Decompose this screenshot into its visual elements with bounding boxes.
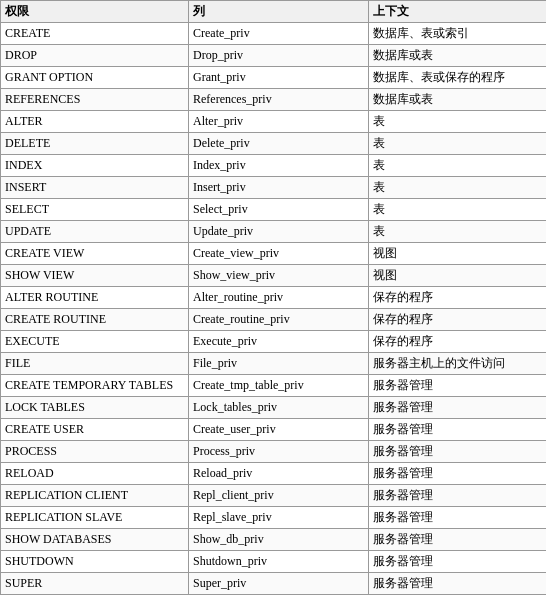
table-cell: 表	[369, 177, 547, 199]
table-cell: Alter_routine_priv	[189, 287, 369, 309]
table-cell: 保存的程序	[369, 287, 547, 309]
table-cell: Process_priv	[189, 441, 369, 463]
table-cell: Insert_priv	[189, 177, 369, 199]
table-row: GRANT OPTIONGrant_priv数据库、表或保存的程序	[1, 67, 547, 89]
table-cell: Index_priv	[189, 155, 369, 177]
table-cell: 服务器管理	[369, 529, 547, 551]
table-cell: Drop_priv	[189, 45, 369, 67]
table-row: CREATE USERCreate_user_priv服务器管理	[1, 419, 547, 441]
table-cell: Create_priv	[189, 23, 369, 45]
table-cell: ALTER	[1, 111, 189, 133]
table-cell: CREATE TEMPORARY TABLES	[1, 375, 189, 397]
table-row: CREATE TEMPORARY TABLESCreate_tmp_table_…	[1, 375, 547, 397]
table-row: LOCK TABLESLock_tables_priv服务器管理	[1, 397, 547, 419]
table-cell: 服务器管理	[369, 485, 547, 507]
table-row: SHOW VIEWShow_view_priv视图	[1, 265, 547, 287]
header-context: 上下文	[369, 1, 547, 23]
table-row: DELETEDelete_priv表	[1, 133, 547, 155]
table-cell: 服务器管理	[369, 397, 547, 419]
table-row: CREATE VIEWCreate_view_priv视图	[1, 243, 547, 265]
table-cell: INDEX	[1, 155, 189, 177]
table-cell: CREATE ROUTINE	[1, 309, 189, 331]
table-row: SELECTSelect_priv表	[1, 199, 547, 221]
table-row: REPLICATION CLIENTRepl_client_priv服务器管理	[1, 485, 547, 507]
table-header-row: 权限 列 上下文	[1, 1, 547, 23]
table-cell: EXECUTE	[1, 331, 189, 353]
table-cell: RELOAD	[1, 463, 189, 485]
table-cell: Create_tmp_table_priv	[189, 375, 369, 397]
table-cell: Alter_priv	[189, 111, 369, 133]
table-cell: Create_routine_priv	[189, 309, 369, 331]
table-cell: 表	[369, 199, 547, 221]
table-cell: 保存的程序	[369, 309, 547, 331]
table-cell: 数据库、表或索引	[369, 23, 547, 45]
table-cell: DROP	[1, 45, 189, 67]
table-cell: INSERT	[1, 177, 189, 199]
table-cell: Repl_slave_priv	[189, 507, 369, 529]
table-row: RELOADReload_priv服务器管理	[1, 463, 547, 485]
table-cell: Select_priv	[189, 199, 369, 221]
table-row: INDEXIndex_priv表	[1, 155, 547, 177]
table-cell: SHOW DATABASES	[1, 529, 189, 551]
table-row: ALTER ROUTINEAlter_routine_priv保存的程序	[1, 287, 547, 309]
table-cell: Grant_priv	[189, 67, 369, 89]
table-cell: CREATE VIEW	[1, 243, 189, 265]
table-cell: Execute_priv	[189, 331, 369, 353]
table-cell: 数据库、表或保存的程序	[369, 67, 547, 89]
table-cell: 服务器管理	[369, 573, 547, 595]
table-cell: References_priv	[189, 89, 369, 111]
table-row: REFERENCESReferences_priv数据库或表	[1, 89, 547, 111]
table-cell: 视图	[369, 243, 547, 265]
privileges-table: 权限 列 上下文 CREATECreate_priv数据库、表或索引DROPDr…	[0, 0, 546, 595]
table-cell: Create_view_priv	[189, 243, 369, 265]
table-row: CREATECreate_priv数据库、表或索引	[1, 23, 547, 45]
table-row: PROCESSProcess_priv服务器管理	[1, 441, 547, 463]
table-cell: 服务器管理	[369, 551, 547, 573]
table-cell: 服务器管理	[369, 507, 547, 529]
table-cell: 服务器管理	[369, 441, 547, 463]
table-row: REPLICATION SLAVERepl_slave_priv服务器管理	[1, 507, 547, 529]
table-cell: SHUTDOWN	[1, 551, 189, 573]
table-cell: SELECT	[1, 199, 189, 221]
table-row: DROPDrop_priv数据库或表	[1, 45, 547, 67]
table-cell: Update_priv	[189, 221, 369, 243]
table-row: ALTERAlter_priv表	[1, 111, 547, 133]
table-cell: Show_db_priv	[189, 529, 369, 551]
table-cell: 服务器管理	[369, 375, 547, 397]
table-cell: 视图	[369, 265, 547, 287]
table-cell: REPLICATION CLIENT	[1, 485, 189, 507]
table-cell: 数据库或表	[369, 45, 547, 67]
header-privilege: 权限	[1, 1, 189, 23]
table-row: UPDATEUpdate_priv表	[1, 221, 547, 243]
table-cell: REPLICATION SLAVE	[1, 507, 189, 529]
table-cell: SHOW VIEW	[1, 265, 189, 287]
table-cell: File_priv	[189, 353, 369, 375]
table-cell: Repl_client_priv	[189, 485, 369, 507]
table-cell: SUPER	[1, 573, 189, 595]
table-row: SHOW DATABASESShow_db_priv服务器管理	[1, 529, 547, 551]
table-row: EXECUTEExecute_priv保存的程序	[1, 331, 547, 353]
header-column: 列	[189, 1, 369, 23]
table-row: SHUTDOWNShutdown_priv服务器管理	[1, 551, 547, 573]
table-cell: Shutdown_priv	[189, 551, 369, 573]
table-cell: LOCK TABLES	[1, 397, 189, 419]
table-cell: GRANT OPTION	[1, 67, 189, 89]
table-row: FILEFile_priv服务器主机上的文件访问	[1, 353, 547, 375]
table-cell: Super_priv	[189, 573, 369, 595]
table-cell: Delete_priv	[189, 133, 369, 155]
table-cell: CREATE	[1, 23, 189, 45]
table-cell: 表	[369, 155, 547, 177]
table-cell: 服务器管理	[369, 419, 547, 441]
table-cell: 表	[369, 111, 547, 133]
table-row: CREATE ROUTINECreate_routine_priv保存的程序	[1, 309, 547, 331]
table-cell: Create_user_priv	[189, 419, 369, 441]
table-cell: Lock_tables_priv	[189, 397, 369, 419]
table-cell: CREATE USER	[1, 419, 189, 441]
table-row: SUPERSuper_priv服务器管理	[1, 573, 547, 595]
table-cell: 服务器主机上的文件访问	[369, 353, 547, 375]
table-cell: 数据库或表	[369, 89, 547, 111]
table-cell: REFERENCES	[1, 89, 189, 111]
table-cell: UPDATE	[1, 221, 189, 243]
table-cell: 服务器管理	[369, 463, 547, 485]
table-cell: 保存的程序	[369, 331, 547, 353]
